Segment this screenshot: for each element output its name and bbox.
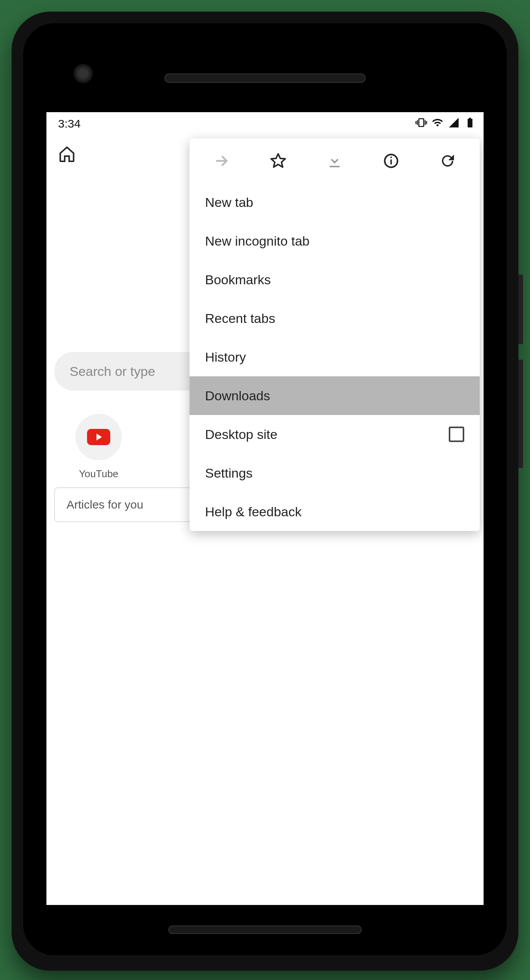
forward-icon[interactable] <box>210 149 233 172</box>
phone-frame: 3:34 <box>12 12 518 971</box>
menu-item-label: Help & feedback <box>205 504 302 519</box>
menu-item-bookmarks[interactable]: Bookmarks <box>190 260 480 299</box>
svg-rect-2 <box>390 159 392 164</box>
status-icons <box>415 117 476 131</box>
menu-item-label: History <box>205 350 246 365</box>
volume-button <box>518 360 523 468</box>
search-placeholder: Search or type <box>70 364 155 379</box>
star-icon[interactable] <box>267 149 290 172</box>
refresh-icon[interactable] <box>436 149 459 172</box>
menu-item-new-incognito-tab[interactable]: New incognito tab <box>190 222 480 260</box>
menu-item-new-tab[interactable]: New tab <box>190 183 480 222</box>
svg-rect-3 <box>390 157 392 158</box>
phone-bezel: 3:34 <box>23 23 507 955</box>
menu-item-label: Settings <box>205 466 253 481</box>
menu-item-label: Recent tabs <box>205 311 275 326</box>
front-camera <box>74 64 93 83</box>
youtube-icon <box>75 414 122 460</box>
desktop-site-checkbox[interactable] <box>449 427 464 442</box>
download-icon[interactable] <box>323 149 346 172</box>
home-icon[interactable] <box>58 145 76 164</box>
menu-item-desktop-site[interactable]: Desktop site <box>190 415 480 454</box>
wifi-icon <box>432 117 443 131</box>
menu-item-label: New incognito tab <box>205 234 309 249</box>
earpiece-speaker <box>164 73 366 83</box>
vibrate-icon <box>415 117 427 131</box>
screen: 3:34 <box>46 112 484 905</box>
bottom-speaker <box>168 925 362 934</box>
menu-item-help-feedback[interactable]: Help & feedback <box>190 492 480 531</box>
info-icon[interactable] <box>380 149 403 172</box>
menu-item-label: Desktop site <box>205 427 277 442</box>
status-bar: 3:34 <box>46 112 484 135</box>
menu-item-label: Downloads <box>205 388 270 403</box>
shortcut-label: YouTube <box>66 468 132 480</box>
status-time: 3:34 <box>54 117 415 130</box>
battery-icon <box>464 117 476 131</box>
signal-icon <box>448 117 460 131</box>
menu-item-history[interactable]: History <box>190 338 480 376</box>
menu-item-settings[interactable]: Settings <box>190 454 480 492</box>
menu-icon-row <box>190 138 480 183</box>
articles-label: Articles for you <box>67 498 143 511</box>
menu-item-downloads[interactable]: Downloads <box>190 376 480 415</box>
menu-item-recent-tabs[interactable]: Recent tabs <box>190 299 480 338</box>
overflow-menu: New tab New incognito tab Bookmarks Rece… <box>190 138 480 531</box>
shortcut-tile-youtube[interactable]: YouTube <box>66 414 132 480</box>
power-button <box>518 275 523 344</box>
menu-item-label: Bookmarks <box>205 272 271 287</box>
menu-item-label: New tab <box>205 195 253 210</box>
